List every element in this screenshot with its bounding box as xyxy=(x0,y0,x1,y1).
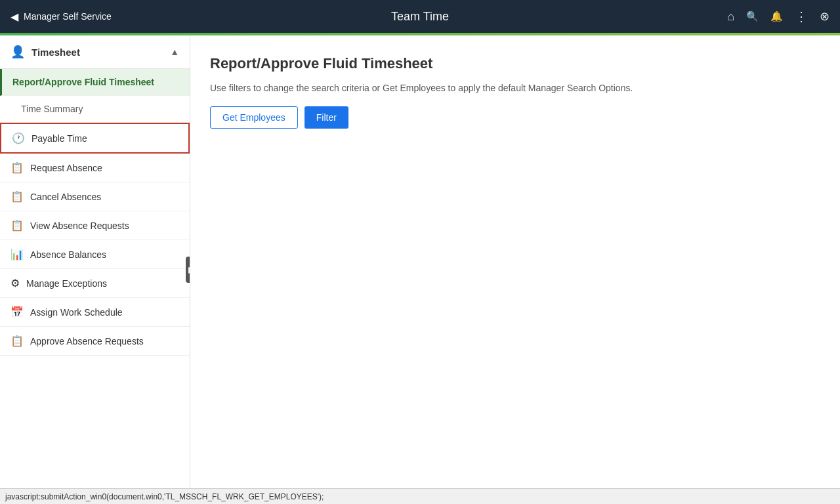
layout: 👤 Timesheet ▲ Report/Approve Fluid Times… xyxy=(0,35,840,504)
view-absence-icon: 📋 xyxy=(10,219,24,232)
sidebar: 👤 Timesheet ▲ Report/Approve Fluid Times… xyxy=(0,35,190,504)
sidebar-item-label: Request Absence xyxy=(30,163,102,173)
payable-time-icon: 🕐 xyxy=(12,132,25,144)
get-employees-button[interactable]: Get Employees xyxy=(210,106,298,129)
main-page-title: Report/Approve Fluid Timesheet xyxy=(210,55,820,72)
more-icon[interactable]: ⋮ xyxy=(795,9,808,24)
sidebar-item-absence-balances[interactable]: 📊 Absence Balances xyxy=(0,240,190,269)
sidebar-item-manage-exceptions[interactable]: ⚙ Manage Exceptions xyxy=(0,269,190,298)
sidebar-item-label: View Absence Requests xyxy=(30,220,129,231)
bell-icon[interactable]: 🔔 xyxy=(770,10,783,22)
sidebar-toggle-button[interactable]: ▮▮ xyxy=(186,257,190,283)
sidebar-item-approve-absence-requests[interactable]: 📋 Approve Absence Requests xyxy=(0,327,190,356)
sidebar-item-label: Absence Balances xyxy=(30,249,106,260)
circle-ban-icon[interactable]: ⊗ xyxy=(820,9,830,24)
sidebar-item-cancel-absences[interactable]: 📋 Cancel Absences xyxy=(0,182,190,211)
sidebar-item-label: Approve Absence Requests xyxy=(30,336,144,346)
action-buttons: Get Employees Filter xyxy=(210,106,820,129)
header-actions: ⌂ 🔍 🔔 ⋮ ⊗ xyxy=(727,9,830,24)
sidebar-section-header[interactable]: 👤 Timesheet ▲ xyxy=(0,35,190,69)
search-icon[interactable]: 🔍 xyxy=(746,10,759,22)
header: ◀ Manager Self Service Team Time ⌂ 🔍 🔔 ⋮… xyxy=(0,0,840,33)
sidebar-section-title: 👤 Timesheet xyxy=(10,45,80,59)
main-description: Use filters to change the search criteri… xyxy=(210,83,820,93)
cancel-absences-icon: 📋 xyxy=(10,190,24,203)
sidebar-item-label: Cancel Absences xyxy=(30,192,101,202)
back-nav[interactable]: ◀ Manager Self Service xyxy=(10,10,112,23)
sidebar-item-request-absence[interactable]: 📋 Request Absence xyxy=(0,154,190,182)
home-icon[interactable]: ⌂ xyxy=(727,10,734,24)
sidebar-item-time-summary[interactable]: Time Summary xyxy=(0,96,190,123)
request-absence-icon: 📋 xyxy=(10,161,24,174)
sidebar-item-assign-work-schedule[interactable]: 📅 Assign Work Schedule xyxy=(0,298,190,327)
app-name: Manager Self Service xyxy=(24,11,112,22)
sidebar-item-payable-time[interactable]: 🕐 Payable Time xyxy=(0,123,190,154)
sidebar-item-label: Time Summary xyxy=(21,104,83,114)
manage-exceptions-icon: ⚙ xyxy=(10,277,20,289)
chevron-up-icon: ▲ xyxy=(170,47,179,57)
sidebar-item-report-approve[interactable]: Report/Approve Fluid Timesheet xyxy=(0,69,190,96)
status-bar: javascript:submitAction_win0(document.wi… xyxy=(0,488,840,504)
timesheet-section-icon: 👤 xyxy=(10,45,25,59)
main-content: Report/Approve Fluid Timesheet Use filte… xyxy=(190,35,840,504)
filter-button[interactable]: Filter xyxy=(304,106,348,129)
approve-absence-icon: 📋 xyxy=(10,335,24,347)
sidebar-item-label: Payable Time xyxy=(32,133,87,144)
sidebar-item-label: Report/Approve Fluid Timesheet xyxy=(12,77,154,87)
sidebar-item-view-absence-requests[interactable]: 📋 View Absence Requests xyxy=(0,211,190,240)
page-title: Team Time xyxy=(391,10,449,24)
status-bar-text: javascript:submitAction_win0(document.wi… xyxy=(5,492,324,501)
sidebar-item-label: Assign Work Schedule xyxy=(30,307,123,318)
sidebar-item-label: Manage Exceptions xyxy=(26,278,107,289)
assign-work-schedule-icon: 📅 xyxy=(10,306,24,318)
back-arrow-icon: ◀ xyxy=(10,10,18,23)
sidebar-section-label: Timesheet xyxy=(32,47,80,58)
absence-balances-icon: 📊 xyxy=(10,248,24,261)
